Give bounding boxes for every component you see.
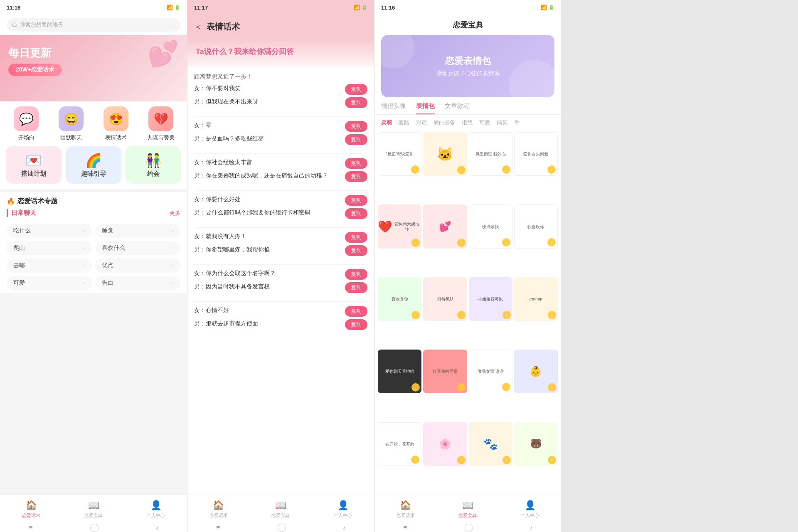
tag-quna[interactable]: 去哪 › [7, 259, 92, 273]
sticker-16[interactable]: 👶 ↓ [514, 350, 558, 393]
nav-profile-3[interactable]: 👤 个人中心 [521, 500, 539, 519]
tag-youdian[interactable]: 优点 › [95, 259, 180, 273]
sticker-5[interactable]: ❤️ 爱你到天旋地转 ↓ [378, 204, 421, 248]
banner-1[interactable]: 每日更新 20W+恋爱话术 💕 [0, 35, 187, 101]
sticker-6[interactable]: 💕 ↓ [423, 204, 467, 248]
sticker-11[interactable]: 小姐姐我可以 ↓ [469, 277, 512, 321]
subtab-funny[interactable]: 搞笑 [497, 118, 507, 127]
back-gesture-1: ≡ [29, 524, 32, 532]
tag-keai[interactable]: 可爱 › [7, 276, 92, 290]
tag-xihuan[interactable]: 喜欢什么 › [95, 241, 180, 255]
nav-profile-icon-2: 👤 [337, 500, 349, 511]
qa-line-female-6: 女：你为什么会取这个名字啊？ 复制 [194, 269, 367, 280]
p3-banner-sub: 撩动女孩子心弦的表情库 [436, 70, 500, 77]
tag-pashan[interactable]: 爬山 › [7, 241, 92, 255]
sticker-12[interactable]: emmm ↓ [514, 277, 558, 321]
copy-btn-2b[interactable]: 复制 [345, 134, 367, 145]
topic-tab-daily[interactable]: 日常聊天 [7, 209, 36, 217]
sticker-text-3: 风里雨里 我的心 [475, 150, 507, 158]
copy-btn-2a[interactable]: 复制 [345, 121, 367, 132]
subtab-cute[interactable]: 卖萌 [381, 118, 392, 127]
nav-profile-2[interactable]: 👤 个人中心 [334, 500, 352, 519]
qa-block-4: 女：你要什么好处 复制 男：要什么都行吗？那我要你的银行卡和密码 复制 [194, 195, 367, 219]
cat-gongmou-label: 共谋与赞美 [148, 134, 175, 141]
tab-couple[interactable]: 情侣头像 [381, 102, 406, 114]
sticker-2[interactable]: 🐱 ↓ [423, 132, 467, 176]
subtab-reject[interactable]: 拒绝 [462, 118, 473, 127]
cat-gongmou[interactable]: 💔 共谋与赞美 [140, 106, 181, 141]
qa-divider-2 [194, 153, 367, 154]
qa-male-text-1: 男：但我现在哭不出来呀 [194, 97, 342, 106]
topic-section: 🔥 恋爱话术专题 日常聊天 更多 吃什么 › 睡觉 › 爬山 [0, 192, 187, 293]
nav-lovebook-1[interactable]: 📖 恋爱宝典 [84, 500, 103, 519]
nav-lovebook-3[interactable]: 📖 恋爱宝典 [458, 500, 477, 519]
qa-block-5: 女：就我没有人疼！ 复制 男：你希望哪里疼，我帮你掐 复制 [194, 232, 367, 256]
tab-articles[interactable]: 文章教程 [445, 102, 470, 114]
nav-lovewords-3[interactable]: 🏠 恋爱话术 [397, 500, 415, 519]
svg-point-0 [12, 23, 16, 27]
sticker-10[interactable]: 颠待见U ↓ [423, 277, 467, 321]
subtab-adorable[interactable]: 可爱 [479, 118, 490, 127]
sticker-1[interactable]: "反正"都说爱你 ↓ [378, 132, 421, 176]
sticker-20[interactable]: 🐻 ↓ [514, 422, 558, 466]
sticker-7[interactable]: 快点亲我 ↓ [469, 204, 512, 248]
tag-arrow-icon-4: › [172, 245, 174, 251]
cat-kaichang-icon: 💬 [14, 106, 39, 131]
copy-btn-6a[interactable]: 复制 [345, 269, 367, 280]
tag-shuijiao[interactable]: 睡觉 › [95, 224, 180, 238]
cat-salan[interactable]: 💌 搭讪计划 [6, 146, 62, 184]
topic-more-btn[interactable]: 更多 [170, 209, 180, 217]
subtab-more[interactable]: 手 [514, 118, 520, 127]
nav-lovewords-1[interactable]: 🏠 恋爱话术 [22, 500, 40, 519]
copy-btn-4a[interactable]: 复制 [345, 195, 367, 206]
nav-lovewords-2[interactable]: 🏠 恋爱话术 [209, 500, 228, 519]
sticker-15[interactable]: 做我女票 谢谢 ↓ [469, 350, 512, 393]
sticker-13[interactable]: 爱你到天荒地暗 ↓ [378, 350, 421, 393]
cat-youmo[interactable]: 😄 幽默聊天 [51, 106, 91, 141]
download-icon-4: ↓ [547, 165, 556, 174]
p3-banner[interactable]: 恋爱表情包 撩动女孩子心弦的表情库 [381, 35, 554, 97]
qa-block-1: 女：你不要对我笑 复制 男：但我现在哭不出来呀 复制 [194, 84, 367, 108]
copy-btn-7b[interactable]: 复制 [345, 319, 367, 330]
sticker-18[interactable]: 🌸 ↓ [423, 422, 467, 466]
qa-block-6: 女：你为什么会取这个名字啊？ 复制 男：因为当时我不具备发言权 复制 [194, 269, 367, 293]
subtab-strategy[interactable]: 套路 [399, 118, 409, 127]
subtab-confess[interactable]: 表白必备 [433, 118, 455, 127]
copy-btn-7a[interactable]: 复制 [345, 306, 367, 317]
copy-btn-6b[interactable]: 复制 [345, 282, 367, 293]
copy-btn-5b[interactable]: 复制 [345, 245, 367, 256]
cat-quwey[interactable]: 🌈 趣味引导 [66, 146, 121, 184]
sticker-17[interactable]: 在开始，花开的 ↓ [378, 422, 421, 466]
sticker-9[interactable]: 喜欢臭你 ↓ [378, 277, 421, 321]
sticker-14[interactable]: 接受我的同意 ↓ [423, 350, 467, 393]
sticker-8[interactable]: 我喜欢你 ↓ [514, 204, 558, 248]
cat-kaichang[interactable]: 💬 开场白 [6, 106, 47, 141]
qa-line-female-1: 女：你不要对我笑 复制 [194, 84, 367, 95]
sticker-4[interactable]: 爱你白头到老 ↓ [514, 132, 558, 176]
search-input-box[interactable]: 搜索您想要的聊天 [7, 18, 180, 32]
tab-stickers[interactable]: 表情包 [416, 102, 435, 114]
tag-chishenme[interactable]: 吃什么 › [7, 224, 92, 238]
tag-gaobai[interactable]: 告白 › [95, 276, 180, 290]
subtab-dialogue[interactable]: 对话 [416, 118, 427, 127]
sticker-3[interactable]: 风里雨里 我的心 ↓ [469, 132, 512, 176]
status-bar-1: 11:16 📶 🔋 [0, 0, 187, 15]
nav-lovebook-label-3: 恋爱宝典 [458, 512, 477, 519]
copy-btn-1a[interactable]: 复制 [345, 84, 367, 95]
cat-biaoqing[interactable]: 😍 表情话术 [96, 106, 136, 141]
copy-btn-4b[interactable]: 复制 [345, 208, 367, 219]
nav-lovebook-2[interactable]: 📖 恋爱宝典 [271, 500, 290, 519]
qa-female-text-5: 女：就我没有人疼！ [194, 232, 342, 241]
copy-btn-3b[interactable]: 复制 [345, 171, 367, 182]
banner-decoration: 💕 [148, 39, 179, 69]
sticker-19[interactable]: 🐾 ↓ [469, 422, 512, 466]
sticker-text-17: 在开始，花开的 [384, 441, 415, 448]
p2-page-title: 表情话术 [207, 21, 240, 32]
copy-btn-1b[interactable]: 复制 [345, 97, 367, 108]
back-button[interactable]: ＜ [194, 21, 202, 32]
cat-yuehui[interactable]: 👫 约会 [126, 146, 181, 184]
nav-profile-1[interactable]: 👤 个人中心 [147, 500, 165, 519]
fwd-gesture-3: ‹ [530, 524, 532, 532]
copy-btn-5a[interactable]: 复制 [345, 232, 367, 243]
copy-btn-3a[interactable]: 复制 [345, 158, 367, 169]
